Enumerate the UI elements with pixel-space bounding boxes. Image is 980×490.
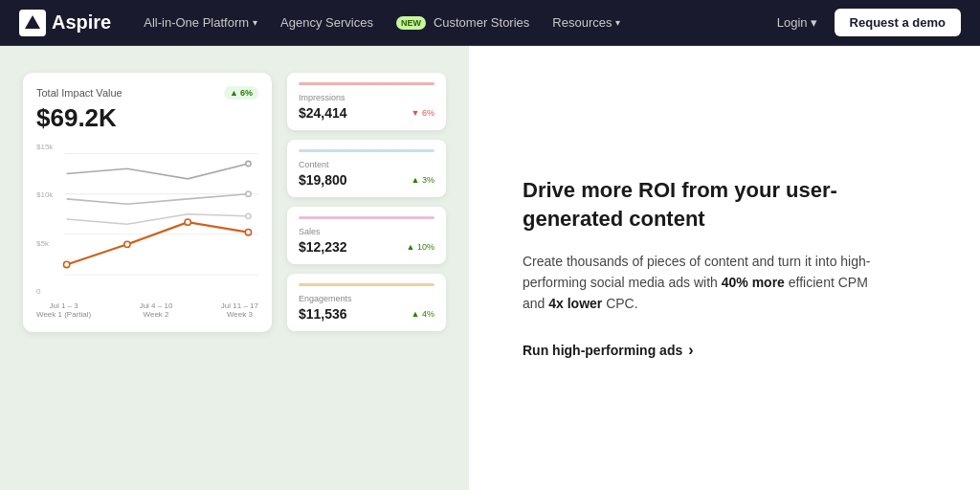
metric-bar-impressions	[299, 82, 434, 85]
metric-card-content: Content $19,800 ▲ 3%	[287, 140, 446, 197]
chart-badge: ▲ 6%	[224, 86, 258, 100]
chart-card: Total Impact Value ▲ 6% $69.2K $15k $10k…	[23, 73, 272, 332]
x-label-week2: Jul 4 – 10 Week 2	[140, 301, 173, 319]
cta-arrow-icon: ›	[688, 342, 693, 359]
logo-icon	[19, 10, 46, 36]
nav-item-resources[interactable]: Resources ▾	[543, 10, 630, 35]
metric-value-engagements: $11,536	[299, 306, 347, 322]
svg-marker-0	[25, 15, 40, 29]
hero-heading: Drive more ROI from your user-generated …	[523, 176, 886, 233]
chart-area: $15k $10k $5k 0	[36, 143, 258, 296]
nav-item-platform[interactable]: All-in-One Platform ▾	[134, 10, 267, 35]
metric-change-sales: ▲ 10%	[407, 242, 434, 252]
login-button[interactable]: Login ▾	[768, 10, 827, 35]
logo[interactable]: Aspire	[19, 10, 111, 36]
metric-bar-content	[299, 149, 434, 152]
right-panel: Drive more ROI from your user-generated …	[469, 46, 980, 490]
svg-point-8	[245, 230, 251, 235]
nav-items: All-in-One Platform ▾ Agency Services NE…	[134, 10, 768, 35]
line-chart-svg	[36, 143, 258, 296]
new-badge: NEW	[396, 16, 426, 30]
left-panel: Total Impact Value ▲ 6% $69.2K $15k $10k…	[0, 46, 469, 490]
svg-point-10	[246, 191, 251, 196]
y-label-0: 0	[36, 287, 53, 296]
chart-title: Total Impact Value	[36, 87, 122, 99]
svg-point-9	[246, 161, 251, 166]
nav-right: Login ▾ Request a demo	[768, 9, 961, 36]
chevron-down-icon-resources: ▾	[615, 17, 620, 28]
metric-label-engagements: Engagements	[299, 294, 434, 303]
metric-change-impressions: ▼ 6%	[412, 108, 434, 118]
y-label-15k: $15k	[36, 143, 53, 151]
chevron-down-icon: ▾	[253, 17, 257, 28]
svg-point-7	[185, 219, 190, 225]
chevron-down-icon-login: ▾	[811, 15, 817, 30]
metrics-column: Impressions $24,414 ▼ 6% Content $19,800…	[287, 73, 446, 331]
main-content: Total Impact Value ▲ 6% $69.2K $15k $10k…	[0, 46, 980, 490]
svg-point-6	[124, 241, 130, 247]
svg-point-5	[63, 261, 69, 267]
nav-item-agency[interactable]: Agency Services	[271, 10, 383, 35]
metric-label-impressions: Impressions	[299, 93, 434, 102]
x-label-week3: Jul 11 – 17 Week 3	[221, 301, 258, 319]
metric-card-impressions: Impressions $24,414 ▼ 6%	[287, 73, 446, 130]
metric-bar-engagements	[299, 283, 434, 286]
chart-value: $69.2K	[36, 103, 258, 133]
metric-label-content: Content	[299, 160, 434, 169]
request-demo-button[interactable]: Request a demo	[835, 9, 961, 36]
metric-value-sales: $12,232	[299, 239, 347, 255]
metric-change-engagements: ▲ 4%	[412, 309, 434, 319]
chart-header: Total Impact Value ▲ 6%	[36, 86, 258, 100]
cta-link[interactable]: Run high-performing ads ›	[523, 342, 926, 360]
chart-x-labels: Jul 1 – 3 Week 1 (Partial) Jul 4 – 10 We…	[36, 301, 258, 319]
y-label-10k: $10k	[36, 190, 53, 199]
metric-card-sales: Sales $12,232 ▲ 10%	[287, 207, 446, 264]
metric-card-engagements: Engagements $11,536 ▲ 4%	[287, 274, 446, 331]
navbar: Aspire All-in-One Platform ▾ Agency Serv…	[0, 0, 980, 46]
cta-label: Run high-performing ads	[523, 343, 682, 358]
nav-item-stories[interactable]: NEW Customer Stories	[387, 10, 539, 35]
highlight-cpm: 40% more	[722, 275, 785, 290]
logo-text: Aspire	[52, 11, 111, 33]
metric-value-impressions: $24,414	[299, 105, 347, 121]
hero-body: Create thousands of pieces of content an…	[523, 251, 886, 315]
y-label-5k: $5k	[36, 239, 53, 248]
metric-value-content: $19,800	[299, 172, 347, 188]
svg-point-11	[246, 213, 251, 218]
y-axis-labels: $15k $10k $5k 0	[36, 143, 53, 296]
metric-bar-sales	[299, 216, 434, 219]
highlight-cpc: 4x lower	[548, 296, 602, 311]
x-label-week1: Jul 1 – 3 Week 1 (Partial)	[36, 301, 91, 319]
metric-change-content: ▲ 3%	[412, 175, 434, 185]
metric-label-sales: Sales	[299, 227, 434, 236]
